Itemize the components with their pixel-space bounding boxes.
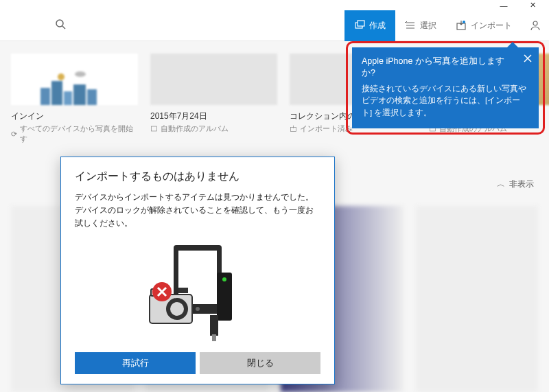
svg-line-1 xyxy=(62,26,65,29)
card-album-1[interactable]: 2015年7月24日 自動作成のアルバム xyxy=(150,54,277,144)
window-titlebar: — ✕ xyxy=(0,0,549,10)
card-sub: 自動作成のアルバム xyxy=(150,124,277,134)
svg-rect-28 xyxy=(178,288,188,293)
svg-point-12 xyxy=(58,73,65,80)
svg-point-5 xyxy=(463,21,465,23)
minimize-button[interactable]: — xyxy=(494,1,513,10)
svg-point-21 xyxy=(222,277,226,281)
dialog-body: デバイスからインポートするアイテムは見つかりませんでした。デバイスのロックが解除… xyxy=(75,191,320,231)
svg-rect-8 xyxy=(51,81,62,105)
chevron-up-icon: ︿ xyxy=(497,178,505,190)
import-tooltip: Apple iPhone から写真を追加しますか? 接続されているデバイスにある… xyxy=(352,47,539,128)
import-icon xyxy=(290,125,297,132)
search-icon[interactable] xyxy=(55,19,66,32)
svg-rect-11 xyxy=(87,89,97,105)
tooltip-highlight: Apple iPhone から写真を追加しますか? 接続されているデバイスにある… xyxy=(346,41,545,135)
card-title: インイン xyxy=(11,111,138,122)
svg-rect-3 xyxy=(358,21,364,26)
svg-rect-10 xyxy=(73,84,86,105)
dialog-illustration xyxy=(75,231,320,352)
svg-rect-9 xyxy=(64,91,72,105)
signin-thumb xyxy=(11,54,138,105)
close-button[interactable]: 閉じる xyxy=(200,352,320,374)
svg-point-13 xyxy=(75,71,86,77)
svg-point-0 xyxy=(56,20,63,27)
app-toolbar: 作成 選択 インポート xyxy=(0,10,549,41)
svg-rect-14 xyxy=(151,126,156,131)
create-label: 作成 xyxy=(369,20,386,32)
account-button[interactable] xyxy=(522,10,549,41)
close-window-button[interactable]: ✕ xyxy=(523,1,542,10)
create-button[interactable]: 作成 xyxy=(344,10,395,41)
svg-rect-22 xyxy=(210,315,218,336)
svg-rect-23 xyxy=(212,334,216,341)
select-button[interactable]: 選択 xyxy=(395,10,446,41)
tooltip-title: Apple iPhone から写真を追加しますか? xyxy=(362,56,529,79)
card-sub: ⟳すべてのデバイスから写真を開始す xyxy=(11,124,138,144)
dialog-title: インポートするものはありません xyxy=(75,170,320,184)
album-icon xyxy=(150,125,158,132)
select-label: 選択 xyxy=(420,20,436,32)
import-button[interactable]: インポート xyxy=(446,10,522,41)
tooltip-body: 接続されているデバイスにある新しい写真やビデオの検索と追加を行うには、[インポー… xyxy=(362,83,529,119)
hide-toggle[interactable]: ︿ 非表示 xyxy=(497,178,534,190)
retry-button[interactable]: 再試行 xyxy=(75,352,196,374)
svg-point-27 xyxy=(170,302,184,316)
tooltip-close-icon[interactable] xyxy=(524,54,532,65)
card-signin[interactable]: インイン ⟳すべてのデバイスから写真を開始す xyxy=(11,54,138,144)
import-label: インポート xyxy=(471,20,512,32)
hide-label: 非表示 xyxy=(509,178,534,190)
import-dialog: インポートするものはありません デバイスからインポートするアイテムは見つかりませ… xyxy=(60,157,335,384)
svg-point-6 xyxy=(533,21,537,25)
card-title: 2015年7月24日 xyxy=(150,111,277,122)
svg-rect-7 xyxy=(40,88,50,105)
album-thumb xyxy=(150,54,277,105)
svg-point-19 xyxy=(196,307,200,311)
